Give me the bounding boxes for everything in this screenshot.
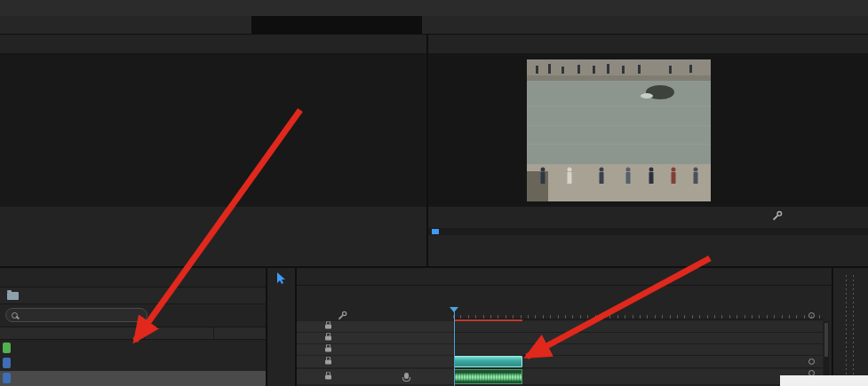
track-v4 <box>297 321 832 333</box>
selection-tool-icon[interactable] <box>276 272 286 284</box>
track-v4-lane[interactable] <box>453 321 823 333</box>
track-a1 <box>297 369 832 385</box>
timeline-wrench-icon[interactable] <box>338 311 347 320</box>
playhead-line[interactable] <box>454 307 455 386</box>
tools-panel <box>267 268 295 386</box>
column-divider <box>213 327 214 339</box>
timeline-video-clip[interactable] <box>454 356 522 367</box>
label-color-chip[interactable] <box>3 358 11 368</box>
track-lock-icon[interactable] <box>325 359 331 364</box>
render-bar <box>454 319 522 321</box>
track-v4-header <box>297 321 453 333</box>
program-transport-controls <box>428 240 868 262</box>
scroll-handle-dot[interactable] <box>808 312 815 319</box>
scroll-handle-dot[interactable] <box>808 358 815 365</box>
fit-select[interactable] <box>508 209 511 222</box>
meter-scale-line <box>846 275 847 379</box>
track-v3-header <box>297 333 453 344</box>
program-scroll-strip[interactable] <box>428 228 868 235</box>
workspace-bar <box>0 16 868 34</box>
label-color-chip[interactable] <box>3 373 11 383</box>
track-v3-lane[interactable] <box>453 333 823 344</box>
source-timecode-row <box>0 207 426 225</box>
project-search-row <box>0 304 266 327</box>
track-v2 <box>297 344 832 356</box>
track-v2-header <box>297 344 453 356</box>
ruler-ticks <box>453 315 823 319</box>
timeline-toolbar <box>306 311 347 320</box>
voiceover-mic-icon[interactable] <box>404 373 409 379</box>
audio-meters-panel <box>833 268 868 386</box>
menu-bar <box>0 0 868 16</box>
playhead-caret[interactable] <box>450 307 458 317</box>
label-color-chip[interactable] <box>3 343 11 353</box>
track-lock-icon[interactable] <box>325 348 331 352</box>
workspace-tabs <box>251 16 422 34</box>
track-a1-header <box>297 369 453 385</box>
timeline-tabs <box>297 268 832 286</box>
project-row-sequence[interactable] <box>0 341 266 356</box>
source-transport-controls <box>0 240 426 262</box>
program-video-frame <box>527 59 711 201</box>
source-monitor-view <box>0 54 426 207</box>
project-list-header <box>0 327 266 340</box>
timeline-panel <box>297 268 832 386</box>
watermark-block <box>780 375 868 386</box>
column-divider <box>144 327 145 339</box>
source-panel-tabs <box>0 35 426 54</box>
project-bin-row[interactable] <box>0 288 266 304</box>
folder-icon <box>7 292 19 300</box>
track-v3 <box>297 333 832 344</box>
meter-scale-line <box>853 275 854 379</box>
track-lock-icon[interactable] <box>325 325 331 329</box>
timeline-audio-clip[interactable] <box>454 369 522 384</box>
search-box[interactable] <box>5 308 147 322</box>
project-panel-tabs <box>0 268 266 288</box>
project-row-audio-clip[interactable] <box>0 371 266 386</box>
track-v2-lane[interactable] <box>453 344 823 356</box>
timeline-ruler[interactable] <box>453 307 823 319</box>
track-lock-icon[interactable] <box>325 374 331 379</box>
settings-wrench-icon[interactable] <box>772 210 783 221</box>
project-row-video-clip[interactable] <box>0 356 266 371</box>
scroll-handle[interactable] <box>432 229 439 234</box>
program-timecode-row <box>428 207 868 225</box>
source-monitor-panel <box>0 35 426 266</box>
track-v1-header <box>297 356 453 368</box>
search-input[interactable] <box>22 311 133 320</box>
audio-waveform <box>455 373 522 382</box>
program-monitor-view <box>428 54 868 207</box>
project-panel <box>0 268 266 386</box>
playback-resolution-select[interactable] <box>757 209 760 222</box>
track-v1 <box>297 356 832 368</box>
track-lock-icon[interactable] <box>325 336 331 341</box>
scrollbar-thumb[interactable] <box>824 323 828 357</box>
program-panel-tabs <box>428 35 868 54</box>
search-icon <box>12 312 18 319</box>
program-monitor-panel <box>428 35 868 266</box>
